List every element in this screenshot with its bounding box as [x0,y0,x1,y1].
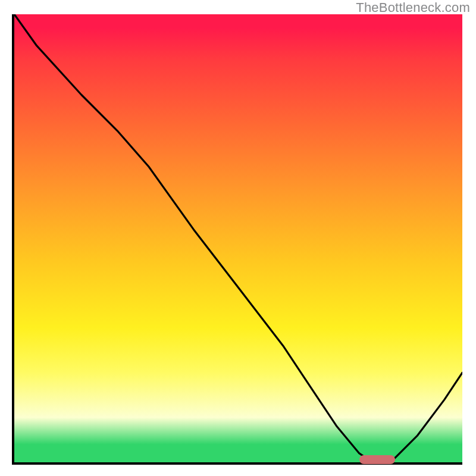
chart-frame: TheBottleneck.com [0,0,476,476]
bottleneck-curve [14,14,462,462]
optimum-marker [359,455,395,464]
watermark-text: TheBottleneck.com [356,0,470,15]
x-axis [12,462,462,465]
